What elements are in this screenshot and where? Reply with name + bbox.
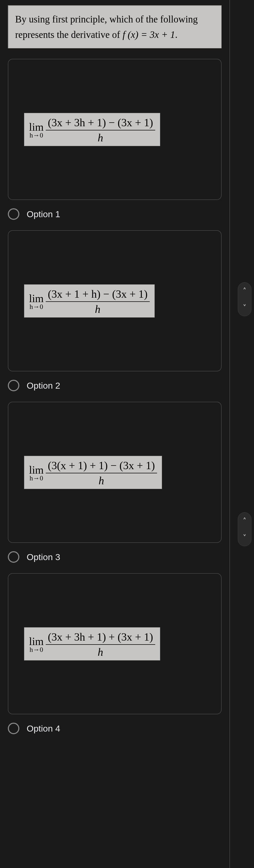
option-1-row[interactable]: Option 1 — [8, 208, 222, 220]
option-2-label: Option 2 — [27, 380, 60, 391]
question-line1: By using first principle, which of the f… — [15, 14, 198, 25]
numerator: (3x + 3h + 1) − (3x + 1) — [46, 116, 155, 130]
option-3-label: Option 3 — [27, 552, 60, 562]
lim-sub: h→0 — [30, 475, 43, 482]
denominator: h — [98, 130, 103, 144]
radio-option-2[interactable] — [8, 380, 19, 391]
limit-notation: lim h→0 — [29, 636, 44, 653]
denominator: h — [95, 302, 100, 315]
fraction: (3x + 3h + 1) − (3x + 1) h — [46, 116, 155, 144]
numerator: (3(x + 1) + 1) − (3x + 1) — [46, 459, 157, 473]
option-4-row[interactable]: Option 4 — [8, 723, 222, 734]
option-3-row[interactable]: Option 3 — [8, 551, 222, 563]
limit-notation: lim h→0 — [29, 464, 44, 482]
chevron-up-icon[interactable]: ˄ — [243, 517, 247, 525]
side-nav-2: ˄ ˅ — [238, 512, 251, 546]
option-3-block: lim h→0 (3(x + 1) + 1) − (3x + 1) h — [8, 402, 222, 543]
option-4-label: Option 4 — [27, 723, 60, 734]
radio-option-1[interactable] — [8, 208, 19, 220]
numerator: (3x + 3h + 1) + (3x + 1) — [46, 631, 155, 645]
lim-text: lim — [29, 293, 44, 304]
radio-option-3[interactable] — [8, 551, 19, 563]
chevron-up-icon[interactable]: ˄ — [243, 287, 247, 294]
lim-text: lim — [29, 464, 44, 475]
question-line2a: represents the derivative of — [15, 29, 123, 40]
option-1-block: lim h→0 (3x + 3h + 1) − (3x + 1) h — [8, 59, 222, 200]
lim-text: lim — [29, 122, 44, 132]
lim-text: lim — [29, 636, 44, 647]
question-text: By using first principle, which of the f… — [8, 5, 222, 48]
radio-option-4[interactable] — [8, 723, 19, 734]
question-container: By using first principle, which of the f… — [0, 0, 230, 868]
question-function: f (x) = 3x + 1 — [123, 29, 175, 40]
option-4-math: lim h→0 (3x + 3h + 1) + (3x + 1) h — [24, 627, 160, 660]
lim-sub: h→0 — [30, 132, 43, 139]
question-line2c: . — [175, 29, 178, 40]
fraction: (3x + 1 + h) − (3x + 1) h — [46, 288, 150, 316]
chevron-down-icon[interactable]: ˅ — [243, 534, 247, 541]
chevron-down-icon[interactable]: ˅ — [243, 304, 247, 311]
numerator: (3x + 1 + h) − (3x + 1) — [46, 288, 150, 302]
limit-notation: lim h→0 — [29, 122, 44, 139]
side-nav-1: ˄ ˅ — [238, 282, 251, 316]
option-3-math: lim h→0 (3(x + 1) + 1) − (3x + 1) h — [24, 456, 162, 489]
option-2-block: lim h→0 (3x + 1 + h) − (3x + 1) h — [8, 230, 222, 371]
fraction: (3(x + 1) + 1) − (3x + 1) h — [46, 459, 157, 487]
option-1-math: lim h→0 (3x + 3h + 1) − (3x + 1) h — [24, 113, 160, 146]
option-4-block: lim h→0 (3x + 3h + 1) + (3x + 1) h — [8, 573, 222, 714]
limit-notation: lim h→0 — [29, 293, 44, 310]
fraction: (3x + 3h + 1) + (3x + 1) h — [46, 631, 155, 659]
option-2-math: lim h→0 (3x + 1 + h) − (3x + 1) h — [24, 284, 155, 317]
option-1-label: Option 1 — [27, 209, 60, 219]
option-2-row[interactable]: Option 2 — [8, 380, 222, 391]
lim-sub: h→0 — [30, 304, 43, 310]
denominator: h — [98, 645, 103, 658]
denominator: h — [98, 473, 104, 487]
lim-sub: h→0 — [30, 646, 43, 653]
